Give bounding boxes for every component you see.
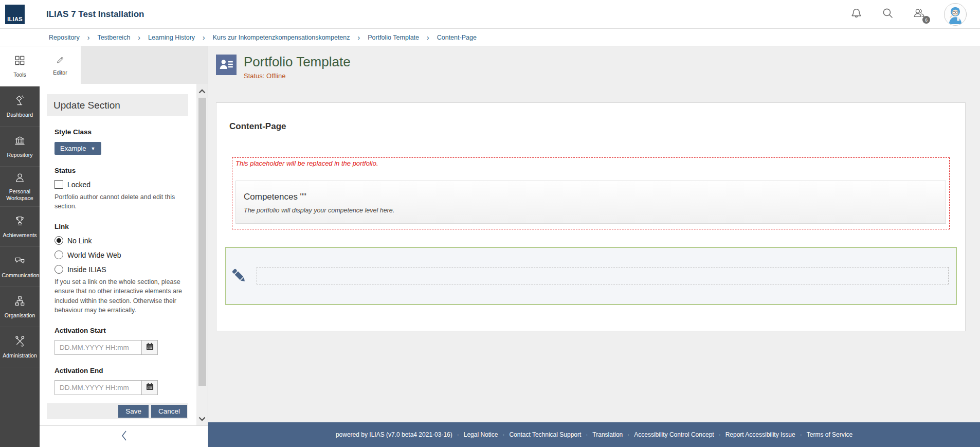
chevron-down-icon bbox=[198, 414, 206, 423]
placeholder-area: This placeholder will be replaced in the… bbox=[232, 157, 950, 229]
main-content: Portfolio Template Status: Offline Conte… bbox=[208, 46, 980, 447]
chat-bubbles-icon bbox=[14, 255, 26, 269]
footer-link-terms-of-service[interactable]: Terms of Service bbox=[807, 431, 852, 438]
activation-start-calendar-button[interactable] bbox=[141, 341, 157, 354]
calendar-icon bbox=[146, 343, 154, 352]
sidebar-item-dashboard[interactable]: Dashboard bbox=[0, 86, 40, 127]
update-section-form: Update Section Style Class Example ▼ Sta… bbox=[40, 84, 196, 425]
ilias-logo[interactable]: ILIAS bbox=[5, 5, 25, 24]
breadcrumb-item[interactable]: Testbereich bbox=[97, 34, 130, 41]
editor-drop-zone[interactable] bbox=[257, 267, 949, 284]
sidebar-item-administration[interactable]: Administration bbox=[0, 327, 40, 367]
panel-collapse-strip bbox=[40, 425, 208, 447]
chevron-up-icon bbox=[198, 86, 206, 96]
page-footer: powered by ILIAS (v7.0 beta4 2021-03-16)… bbox=[208, 422, 980, 447]
footer-link-contact-support[interactable]: Contact Technical Support bbox=[509, 431, 581, 438]
user-avatar[interactable] bbox=[944, 3, 967, 26]
style-class-dropdown[interactable]: Example ▼ bbox=[55, 142, 101, 155]
page-title: Portfolio Template bbox=[244, 55, 351, 70]
portfolio-template-icon bbox=[216, 55, 237, 75]
cancel-button[interactable]: Cancel bbox=[151, 405, 187, 418]
form-action-bar: Save Cancel bbox=[47, 403, 188, 419]
radio-button[interactable] bbox=[55, 236, 63, 245]
editor-add-area bbox=[225, 247, 957, 305]
tab-editor[interactable]: Editor bbox=[40, 46, 81, 84]
tools-panel: Editor Update Section Style Class Exampl… bbox=[40, 46, 208, 447]
trophy-icon bbox=[14, 215, 26, 228]
breadcrumb: Repository › Testbereich › Learning Hist… bbox=[0, 29, 980, 46]
activation-end-input[interactable] bbox=[55, 381, 141, 395]
sidebar-item-communication[interactable]: Communication bbox=[0, 247, 40, 287]
link-option-no-link[interactable]: No Link bbox=[55, 236, 188, 245]
footer-link-legal-notice[interactable]: Legal Notice bbox=[464, 431, 498, 438]
save-button[interactable]: Save bbox=[118, 405, 149, 418]
link-help-text: If you set a link on the whole section, … bbox=[55, 277, 184, 315]
crossed-tools-icon bbox=[14, 335, 26, 349]
scroll-down-button[interactable] bbox=[196, 412, 208, 425]
radio-button[interactable] bbox=[55, 265, 63, 274]
notifications-button[interactable] bbox=[850, 7, 863, 22]
sidebar-item-tools[interactable]: Tools bbox=[0, 46, 40, 86]
section-title: Content-Page bbox=[229, 121, 952, 132]
activation-start-input[interactable] bbox=[55, 341, 141, 354]
awareness-button[interactable]: 6 bbox=[913, 7, 925, 22]
breadcrumb-item[interactable]: Repository bbox=[49, 34, 80, 41]
link-option-world-wide-web[interactable]: World Wide Web bbox=[55, 251, 188, 259]
search-icon bbox=[881, 7, 894, 22]
grid-icon bbox=[14, 55, 26, 68]
breadcrumb-item[interactable]: Content-Page bbox=[437, 34, 477, 41]
sidebar-item-personal-workspace[interactable]: Personal Workspace bbox=[0, 167, 40, 207]
chevron-left-icon[interactable] bbox=[120, 430, 128, 444]
search-button[interactable] bbox=[881, 7, 894, 22]
locked-help-text: Portfolio author cannot delete and edit … bbox=[55, 192, 184, 211]
locked-label: Locked bbox=[67, 181, 90, 189]
edit-pencil-icon bbox=[227, 263, 251, 288]
top-bar: ILIAS ILIAS 7 Test Installation bbox=[0, 0, 980, 29]
footer-link-translation[interactable]: Translation bbox=[592, 431, 623, 438]
breadcrumb-separator-icon: › bbox=[138, 33, 140, 42]
style-class-label: Style Class bbox=[55, 128, 188, 136]
locked-checkbox-row: Locked bbox=[55, 180, 188, 189]
installation-title[interactable]: ILIAS 7 Test Installation bbox=[46, 9, 144, 20]
activation-end-label: Activation End bbox=[55, 367, 188, 374]
ilias-app: ILIAS ILIAS 7 Test Installation bbox=[0, 0, 980, 447]
form-title: Update Section bbox=[47, 94, 188, 116]
breadcrumb-separator-icon: › bbox=[203, 33, 205, 42]
link-option-inside-ilias[interactable]: Inside ILIAS bbox=[55, 265, 188, 274]
competences-box: Competences "" The portfolio will displa… bbox=[235, 181, 946, 224]
competences-title: Competences "" bbox=[244, 192, 938, 202]
breadcrumb-separator-icon: › bbox=[358, 33, 360, 42]
footer-link-accessibility-control[interactable]: Accessibility Control Concept bbox=[634, 431, 714, 438]
desk-lamp-icon bbox=[14, 95, 26, 108]
pencil-icon bbox=[56, 55, 65, 66]
sidebar-item-achievements[interactable]: Achievements bbox=[0, 207, 40, 247]
status-label: Status bbox=[55, 167, 188, 174]
breadcrumb-separator-icon: › bbox=[87, 33, 90, 42]
person-icon bbox=[14, 172, 26, 185]
scroll-up-button[interactable] bbox=[196, 84, 208, 98]
footer-link-report-accessibility[interactable]: Report Accessibility Issue bbox=[725, 431, 795, 438]
locked-checkbox[interactable] bbox=[55, 180, 63, 189]
placeholder-note: This placeholder will be replaced in the… bbox=[235, 159, 946, 167]
powered-by-link[interactable]: powered by ILIAS (v7.0 beta4 2021-03-16) bbox=[336, 431, 452, 438]
page-header: Portfolio Template Status: Offline bbox=[216, 55, 966, 80]
sidebar-item-repository[interactable]: Repository bbox=[0, 127, 40, 167]
activation-end-calendar-button[interactable] bbox=[141, 381, 157, 395]
competences-text: The portfolio will display your competen… bbox=[244, 207, 938, 214]
breadcrumb-separator-icon: › bbox=[427, 33, 429, 42]
breadcrumb-item[interactable]: Kurs zur Inkompetenzkompensationskompete… bbox=[213, 34, 350, 41]
status-badge: Status: Offline bbox=[244, 72, 351, 80]
calendar-icon bbox=[146, 383, 154, 392]
breadcrumb-item[interactable]: Portfolio Template bbox=[368, 34, 419, 41]
activation-start-label: Activation Start bbox=[55, 327, 188, 334]
main-sidebar: Tools Dashboard Repository Personal Work… bbox=[0, 46, 40, 447]
link-label: Link bbox=[55, 223, 188, 230]
content-page-card: Content-Page This placeholder will be re… bbox=[216, 102, 966, 331]
chevron-down-icon: ▼ bbox=[91, 146, 96, 151]
building-icon bbox=[14, 135, 26, 148]
sidebar-item-organisation[interactable]: Organisation bbox=[0, 287, 40, 327]
breadcrumb-item[interactable]: Learning History bbox=[148, 34, 195, 41]
scrollbar-thumb[interactable] bbox=[198, 98, 206, 386]
radio-button[interactable] bbox=[55, 251, 63, 259]
topbar-actions: 6 bbox=[850, 3, 967, 26]
